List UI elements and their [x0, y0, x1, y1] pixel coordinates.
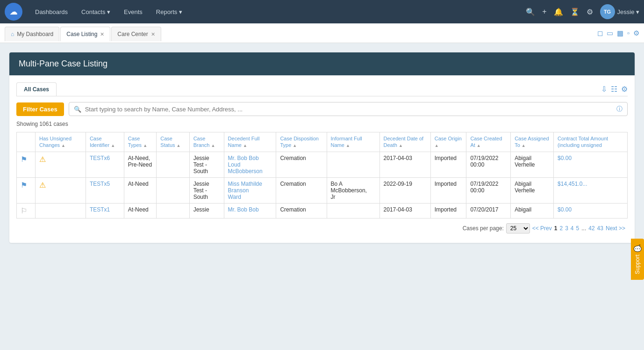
page-1[interactable]: 1 — [554, 225, 558, 232]
tab-my-dashboard-label: My Dashboard — [17, 31, 53, 37]
page-4[interactable]: 4 — [571, 225, 574, 232]
nav-contacts[interactable]: Contacts ▾ — [76, 6, 116, 18]
user-menu[interactable]: TG Jessie ▾ — [600, 4, 639, 19]
grid-icon[interactable]: ☷ — [611, 85, 617, 94]
row3-unsigned-cell — [36, 203, 86, 218]
row1-case-id-link[interactable]: TESTx6 — [90, 155, 110, 161]
table-body: ⚑ ⚠ TESTx6 At-Need,Pre-Need JessieTest -… — [17, 152, 628, 218]
notification-icon[interactable]: 🔔 — [554, 7, 563, 16]
nav-reports[interactable]: Reports ▾ — [150, 6, 188, 18]
close-care-center-icon[interactable]: ✕ — [151, 31, 155, 37]
col-case-branch[interactable]: Case Branch ▲ — [189, 132, 224, 152]
row1-bookmark-cell: ⚑ — [17, 152, 36, 177]
panel: Multi-Pane Case Listing All Cases ⇩ ☷ ⚙ — [9, 52, 635, 243]
col-decedent-date-of-death[interactable]: Decedent Date of Death ▲ — [379, 132, 430, 152]
panel-gear-icon[interactable]: ⚙ — [621, 85, 628, 94]
settings-icon[interactable]: ⚙ — [587, 7, 593, 16]
support-button[interactable]: Support 💬 — [631, 239, 644, 252]
nav-events[interactable]: Events — [118, 6, 148, 18]
table-header: Has Unsigned Changes ▲ Case Identifier ▲… — [17, 132, 628, 152]
col-bookmark — [17, 132, 36, 152]
close-case-listing-icon[interactable]: ✕ — [100, 31, 104, 37]
page-42[interactable]: 42 — [588, 225, 594, 232]
add-icon[interactable]: + — [542, 7, 546, 16]
table-header-row: Has Unsigned Changes ▲ Case Identifier ▲… — [17, 132, 628, 152]
tab-import-icon[interactable]: ▫ — [627, 29, 630, 37]
row1-decedent-link1[interactable]: Mr. Bob Bob — [228, 155, 259, 161]
page-3[interactable]: 3 — [565, 225, 568, 232]
row1-origin-cell: Imported — [430, 152, 466, 177]
panel-title: Multi-Pane Case Listing — [19, 59, 107, 68]
next-page-link[interactable]: Next >> — [606, 225, 625, 232]
support-icon: 💬 — [634, 244, 641, 252]
row2-decedent-link3[interactable]: Ward — [228, 194, 241, 200]
col-case-assigned-to[interactable]: Case Assigned To ▲ — [511, 132, 554, 152]
row3-case-status-cell — [157, 203, 189, 218]
col-case-status[interactable]: Case Status ▲ — [157, 132, 189, 152]
row1-case-id-cell: TESTx6 — [86, 152, 124, 177]
col-informant-full-name[interactable]: Informant Full Name ▲ — [327, 132, 379, 152]
showing-count-text: Showing 1061 cases — [16, 121, 68, 127]
tab-export-icon[interactable]: ▩ — [617, 29, 623, 37]
row1-decedent-link2[interactable]: Loud — [228, 161, 241, 168]
search-box: 🔍 ⓘ — [69, 102, 628, 116]
bookmark-icon[interactable]: ⚑ — [21, 181, 27, 189]
row3-case-id-link[interactable]: TESTx1 — [90, 206, 110, 213]
row1-decedent-link3[interactable]: McBobberson — [228, 168, 263, 175]
help-icon[interactable]: ⓘ — [616, 105, 623, 113]
row2-decedent-link2[interactable]: Branson — [228, 187, 249, 194]
row2-case-branch-cell: JessieTest -South — [189, 177, 224, 203]
col-decedent-full-name[interactable]: Decedent Full Name ▲ — [224, 132, 276, 152]
col-has-unsigned-changes[interactable]: Has Unsigned Changes ▲ — [36, 132, 86, 152]
col-case-identifier[interactable]: Case Identifier ▲ — [86, 132, 124, 152]
col-case-created-at[interactable]: Case Created At ▲ — [466, 132, 511, 152]
tab-my-dashboard[interactable]: ⌂ My Dashboard — [5, 27, 59, 41]
row3-decedent-link1[interactable]: Mr. Bob Bob — [228, 206, 259, 213]
row1-created-cell: 07/19/202200:00 — [466, 152, 511, 177]
per-page-select[interactable]: 25 50 100 — [506, 223, 530, 233]
row1-unsigned-cell: ⚠ — [36, 152, 86, 177]
bookmark-icon[interactable]: ⚑ — [21, 155, 27, 163]
tab-case-listing-label: Case Listing — [66, 31, 97, 37]
col-contract-total: Contract Total Amount (including unsigne… — [554, 132, 628, 152]
page-2[interactable]: 2 — [559, 225, 563, 232]
tab-gear-icon[interactable]: ⚙ — [633, 29, 639, 37]
nav-dashboards[interactable]: Dashboards — [29, 6, 73, 18]
col-case-disposition-type[interactable]: Case Disposition Type ▲ — [276, 132, 327, 152]
table-row: ⚑ ⚠ TESTx6 At-Need,Pre-Need JessieTest -… — [17, 152, 628, 177]
page-5[interactable]: 5 — [576, 225, 580, 232]
row3-origin-cell: Imported — [430, 203, 466, 218]
panel-header: Multi-Pane Case Listing — [9, 52, 635, 75]
avatar: TG — [600, 4, 615, 19]
search-input[interactable] — [85, 106, 614, 113]
page-43[interactable]: 43 — [597, 225, 603, 232]
col-case-types[interactable]: Case Types ▲ — [124, 132, 157, 152]
row2-dod-cell: 2022-09-19 — [379, 177, 430, 203]
row3-disposition-cell: Cremation — [276, 203, 327, 218]
row1-informant-cell — [327, 152, 379, 177]
bookmark-empty-icon[interactable]: ⚐ — [21, 207, 27, 215]
tabs-bar: ⌂ My Dashboard Case Listing ✕ Care Cente… — [0, 23, 644, 43]
row2-case-id-link[interactable]: TESTx5 — [90, 181, 110, 187]
filter-cases-button[interactable]: Filter Cases — [16, 102, 64, 116]
home-icon: ⌂ — [11, 31, 14, 37]
row1-case-types-cell: At-Need,Pre-Need — [124, 152, 157, 177]
filter-button-label: Filter Cases — [23, 106, 57, 113]
panel-body: All Cases ⇩ ☷ ⚙ Filter Cases 🔍 ⓘ — [9, 75, 635, 243]
per-page-label: Cases per page: — [463, 225, 504, 232]
tab-add-icon[interactable]: ◻ — [597, 29, 603, 37]
tab-copy-icon[interactable]: ▭ — [607, 29, 613, 37]
clock-icon[interactable]: ⏳ — [570, 7, 580, 16]
row3-bookmark-cell: ⚐ — [17, 203, 36, 218]
tab-care-center[interactable]: Care Center ✕ — [111, 27, 161, 41]
row2-decedent-link1[interactable]: Miss Mathilde — [228, 181, 262, 187]
row2-case-status-cell — [157, 177, 189, 203]
row1-assigned-cell: AbigailVerhelle — [511, 152, 554, 177]
search-icon[interactable]: 🔍 — [526, 7, 535, 16]
tab-case-listing[interactable]: Case Listing ✕ — [60, 27, 110, 41]
panel-tab-all-cases[interactable]: All Cases — [16, 82, 57, 96]
prev-page-link[interactable]: << Prev — [532, 225, 552, 232]
download-icon[interactable]: ⇩ — [601, 85, 607, 94]
col-case-origin[interactable]: Case Origin ▲ — [430, 132, 466, 152]
app-logo[interactable]: ☁ — [5, 3, 22, 21]
